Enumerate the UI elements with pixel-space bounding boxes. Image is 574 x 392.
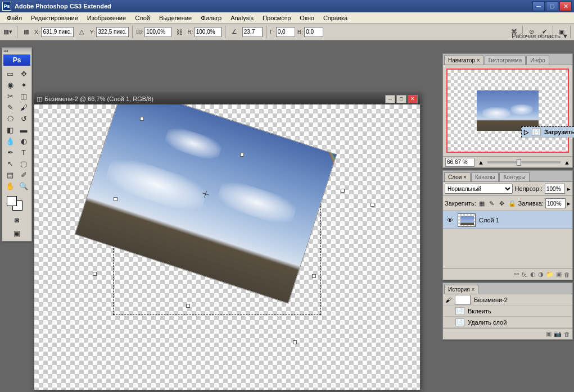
handle-bl[interactable] [93,272,97,276]
menu-analysis[interactable]: Analysis [226,13,258,22]
new-snapshot-icon[interactable]: 📷 [554,330,562,338]
wand-tool[interactable]: ✦ [17,79,30,90]
tab-navigator[interactable]: Навигатор × [444,56,484,65]
handle-tr[interactable] [341,189,345,193]
zoom-out-icon[interactable]: ▲ [478,159,484,166]
skew-h-input[interactable] [276,27,295,37]
fx-icon[interactable]: fx. [521,271,528,278]
slice-tool[interactable]: ◫ [17,90,30,102]
handle-bm2[interactable] [186,304,190,308]
reference-point-icon[interactable]: ▦ [21,26,32,38]
link-wh-icon[interactable]: ⛓ [174,26,185,38]
snapshot-brush-icon[interactable]: 🖌 [445,297,451,303]
shape-tool[interactable]: ▢ [17,158,30,169]
handle-ml[interactable] [114,197,117,201]
menu-select[interactable]: Выделение [155,13,196,22]
layer-empty-area[interactable] [443,229,572,268]
pen-tool[interactable]: ✒ [3,147,17,158]
maximize-button[interactable]: □ [546,1,558,11]
quickmask-button[interactable]: ◙ [10,214,24,225]
notes-tool[interactable]: ▤ [3,169,17,180]
fill-input[interactable] [545,198,566,208]
link-xy-icon[interactable]: △ [76,26,87,38]
fill-flyout-icon[interactable]: ▸ [567,200,571,207]
dodge-tool[interactable]: ◐ [17,135,30,147]
layer-name[interactable]: Слой 1 [479,217,499,224]
gradient-tool[interactable]: ▬ [17,124,30,135]
mask-icon[interactable]: ◐ [530,271,536,278]
y-input[interactable] [96,27,129,37]
move-tool[interactable]: ✥ [17,68,30,79]
group-icon[interactable]: 📁 [546,271,554,278]
handle-bm[interactable] [312,274,316,278]
eyedropper-tool[interactable]: ✐ [17,169,30,180]
menu-view[interactable]: Просмотр [258,13,295,22]
stamp-tool[interactable]: ⎔ [3,113,17,124]
screenmode-button[interactable]: ▣ [10,227,24,239]
doc-minimize-button[interactable]: ─ [385,95,395,103]
crop-tool[interactable]: ✂ [3,90,17,102]
delete-layer-icon[interactable]: 🗑 [564,271,570,278]
tab-paths[interactable]: Контуры [499,172,529,181]
history-item[interactable]: 📄 Вклеить [443,306,572,317]
menu-window[interactable]: Окно [295,13,319,22]
eraser-tool[interactable]: ◧ [3,124,17,135]
navigator-preview[interactable] [446,69,569,153]
x-input[interactable] [41,27,74,37]
angle-input[interactable] [242,27,263,37]
menu-file[interactable]: Файл [2,13,26,22]
tab-history[interactable]: История × [444,285,478,294]
delete-state-icon[interactable]: 🗑 [564,331,570,338]
heal-tool[interactable]: ✎ [3,102,17,113]
layer-row[interactable]: 👁 Слой 1 [443,211,572,229]
hand-tool[interactable]: ✋ [3,180,17,192]
handle-tm[interactable] [240,153,244,157]
opacity-flyout-icon[interactable]: ▸ [567,185,571,193]
lock-all-icon[interactable]: 🔒 [508,198,517,209]
history-brush-tool[interactable]: ↺ [17,113,30,124]
lock-pixels-icon[interactable]: ▦ [478,198,486,209]
menu-filter[interactable]: Фильтр [196,13,226,22]
menu-edit[interactable]: Редактирование [26,13,83,22]
blur-tool[interactable]: 💧 [3,135,17,147]
zoom-tool[interactable]: 🔍 [17,180,30,192]
transform-tool-icon[interactable]: ▦▾ [2,26,13,38]
close-button[interactable]: ✕ [559,1,572,11]
handle-mr[interactable] [370,203,374,207]
marquee-tool[interactable]: ▭ [3,68,17,79]
minimize-button[interactable]: ─ [532,1,545,11]
opacity-input[interactable] [545,184,565,194]
zoom-slider[interactable] [487,161,561,163]
fg-color[interactable] [7,196,17,206]
canvas[interactable] [34,104,420,390]
tab-histogram[interactable]: Гистограмма [485,56,526,65]
new-layer-icon[interactable]: ▣ [556,271,562,278]
h-input[interactable] [195,27,222,37]
toolbox-grip[interactable]: ◂◂ [2,48,31,53]
visibility-icon[interactable]: 👁 [445,216,454,225]
link-layers-icon[interactable]: ⚯ [514,271,519,278]
handle-tl[interactable] [140,117,144,121]
tab-layers[interactable]: Слои × [444,172,471,181]
w-input[interactable] [144,27,171,37]
brush-tool[interactable]: 🖌 [17,102,30,113]
lock-brush-icon[interactable]: ✎ [487,198,496,209]
menu-help[interactable]: Справка [319,13,352,22]
path-select-tool[interactable]: ↖ [3,158,17,169]
tab-info[interactable]: Инфо [526,56,549,65]
menu-layer[interactable]: Слой [130,13,155,22]
type-tool[interactable]: T [17,147,30,158]
zoom-value[interactable] [445,158,474,167]
menu-image[interactable]: Изображение [83,13,130,22]
document-titlebar[interactable]: ◫ Безимени-2 @ 66,7% (Слой 1, RGB/8) ─ □… [34,93,420,104]
history-item[interactable]: 📄 Удалить слой [443,317,572,328]
color-swatches[interactable] [4,195,29,212]
adjustment-icon[interactable]: ◑ [538,271,544,278]
workspace-dropdown[interactable]: Рабочая область ▼ [512,33,568,39]
layer-thumbnail[interactable] [458,213,476,227]
lock-move-icon[interactable]: ✥ [498,198,506,209]
doc-maximize-button[interactable]: □ [396,95,406,103]
history-item-current[interactable]: ▷📄 Загрузить выделенную об... [521,126,574,138]
new-doc-from-state-icon[interactable]: ▣ [546,330,552,338]
lasso-tool[interactable]: ◉ [3,79,17,90]
